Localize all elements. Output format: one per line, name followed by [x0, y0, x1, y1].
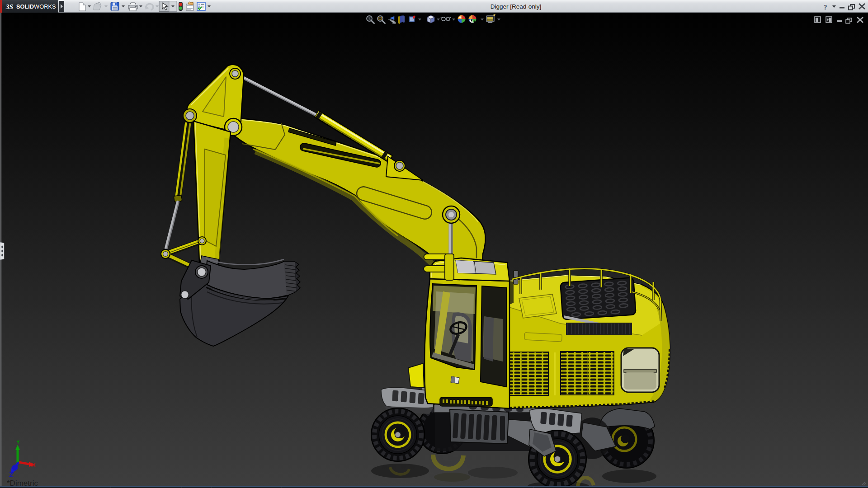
svg-text:ЗS: ЗS — [5, 3, 13, 10]
svg-text:SOLIDWORKS: SOLIDWORKS — [16, 3, 56, 10]
svg-text:?: ? — [824, 4, 827, 11]
svg-text:Digger [Read-only]: Digger [Read-only] — [491, 3, 542, 10]
